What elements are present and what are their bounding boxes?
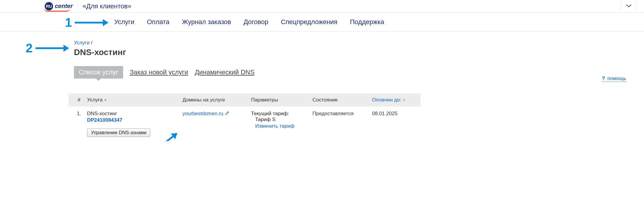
manage-dns-button[interactable]: Управление DNS-зонами [87,129,150,137]
nav-orders[interactable]: Журнал заказов [182,18,231,26]
th-service-label: Услуга [87,97,103,103]
nav-services[interactable]: Услуги [114,18,134,26]
annotation-2-number: 2 [26,41,32,55]
param-current-tariff-label: Текущий тариф: [251,111,311,117]
nav-offers[interactable]: Спецпредложения [281,18,338,26]
logo-circle-text: RU [46,4,52,9]
th-domains: Домены на услуге [181,97,250,103]
clients-tab[interactable]: «Для клиентов» [83,2,131,10]
tab-dynamic-dns[interactable]: Динамический DNS [195,67,254,78]
th-num: # [71,97,86,103]
nav-support[interactable]: Поддержка [350,18,384,26]
row-service: DNS-хостинг DP2410084347 Управление DNS-… [86,111,181,137]
help-link[interactable]: ? помощь [602,76,626,82]
annotation-1: 1 [65,15,108,30]
table-row: 1. DNS-хостинг DP2410084347 Управление D… [69,107,420,141]
chevron-down-icon [626,3,632,9]
page-title: DNS-хостинг [74,48,626,57]
sort-caret-icon: ▼ [104,98,107,102]
row-params: Текущий тариф: Тариф S Изменить тариф [250,111,311,129]
th-service[interactable]: Услуга ▼ [86,97,181,103]
row-state: Предоставляется [311,111,371,117]
pencil-icon[interactable] [225,111,229,117]
nav-payment[interactable]: Оплата [147,18,170,26]
breadcrumb: Услуги / [74,40,626,46]
service-id-link[interactable]: DP2410084347 [87,117,181,123]
annotation-2: 2 [26,41,68,55]
breadcrumb-sep: / [91,40,92,46]
content: Услуги / DNS-хостинг Список услуг Заказ … [0,32,644,141]
th-paid-label: Оплачен до: [372,97,401,103]
logo-circle-icon: RU [45,2,53,10]
annotation-1-number: 1 [65,15,72,30]
nav-contract[interactable]: Договор [244,18,268,26]
service-name: DNS-хостинг [87,111,181,117]
topbar-divider [78,3,78,10]
help-icon: ? [602,76,605,82]
th-params: Параметры [250,97,311,103]
topbar: RU center «Для клиентов» [0,0,644,12]
topbar-dropdown[interactable] [621,2,637,10]
change-tariff-link[interactable]: Изменить тариф [251,123,294,129]
row-domains: yourbestdomen.ru [181,111,250,117]
param-tariff-value: Тариф S [251,117,311,123]
service-table: # Услуга ▼ Домены на услуге Параметры Со… [69,93,420,141]
th-state: Состояние [311,97,371,103]
domain-text: yourbestdomen.ru [182,111,223,117]
th-paid-until[interactable]: Оплачен до: ▼ [371,97,428,103]
row-paid-until: 08.01.2025 [371,111,428,117]
arrow-right-icon [35,47,68,49]
breadcrumb-parent[interactable]: Услуги [74,40,89,46]
subtabs: Список услуг Заказ новой услуги Динамиче… [74,66,626,79]
tab-service-list[interactable]: Список услуг [74,66,123,79]
help-label: помощь [607,76,626,82]
logo[interactable]: RU center [45,2,73,10]
sort-caret-icon: ▼ [402,98,406,102]
tab-new-order[interactable]: Заказ новой услуги [130,67,188,78]
table-header-row: # Услуга ▼ Домены на услуге Параметры Со… [69,93,420,107]
arrow-right-icon [75,22,108,24]
logo-arc-icon [44,9,70,12]
row-num: 1. [71,111,86,117]
domain-link[interactable]: yourbestdomen.ru [182,111,229,117]
